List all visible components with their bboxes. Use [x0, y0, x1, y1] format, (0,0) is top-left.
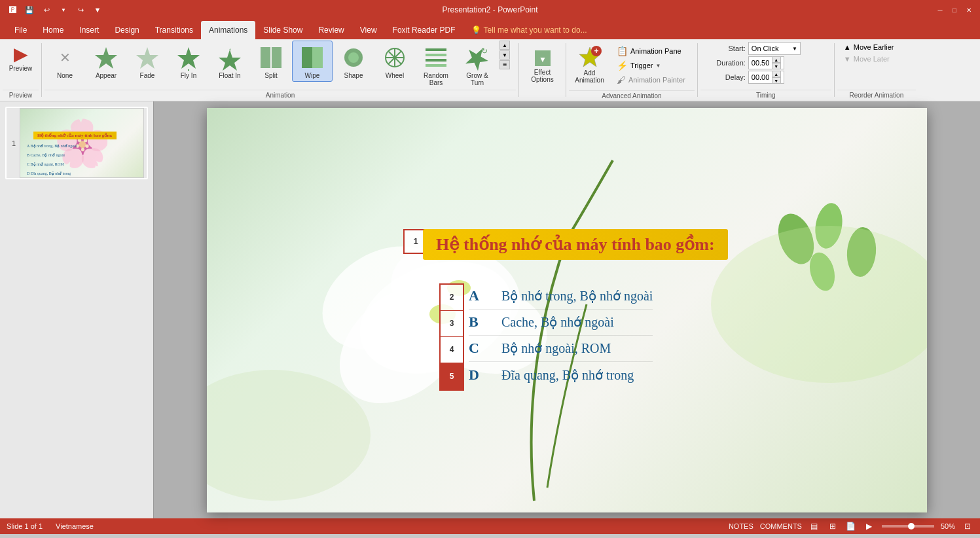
anim-none-label: None [57, 72, 73, 79]
tab-insert[interactable]: Insert [71, 21, 107, 39]
svg-marker-0 [95, 47, 117, 69]
anim-scroll-more[interactable]: ☰ [499, 60, 510, 69]
normal-view-button[interactable]: ▤ [808, 521, 820, 531]
anim-fly-in[interactable]: Fly In [168, 41, 209, 82]
svg-rect-9 [312, 47, 323, 68]
reorder-section-label: Reorder Animation [837, 90, 916, 99]
slide-number: 1 [7, 139, 16, 147]
title-bar-left: 🅿 💾 ↩ ▼ ↪ ▼ [7, 4, 103, 16]
undo-dropdown-icon[interactable]: ▼ [58, 4, 69, 16]
tab-transitions[interactable]: Transitions [147, 21, 201, 39]
language-info: Vietnamese [56, 522, 94, 530]
slide-thumbnail[interactable]: 1 🌸 Hệ thống nhớ của máy tính bao gồm: A… [5, 107, 148, 179]
tab-design[interactable]: Design [107, 21, 147, 39]
tab-view[interactable]: View [352, 21, 385, 39]
animation-painter-button[interactable]: 🖌 Animation Painter [613, 73, 689, 86]
restore-button[interactable]: □ [950, 5, 959, 14]
trigger-button[interactable]: ⚡ Trigger ▼ [613, 59, 689, 72]
marker-5: 5 [441, 363, 463, 389]
anim-none-icon: ✕ [50, 43, 79, 72]
tab-home[interactable]: Home [35, 21, 71, 39]
add-advanced-section: + Add Animation 📋 Animation Pane ⚡ Trigg… [569, 41, 695, 99]
slide-canvas[interactable]: 1 Hệ thống nhớ của máy tính bao gồm: 2 3… [207, 108, 927, 512]
tab-review[interactable]: Review [310, 21, 352, 39]
save-icon[interactable]: 💾 [24, 4, 35, 16]
notes-button[interactable]: NOTES [729, 522, 753, 530]
slide-title-box[interactable]: Hệ thống nhớ của máy tính bao gồm: [423, 229, 728, 260]
anim-float-in[interactable]: ↑ Float In [209, 41, 250, 82]
answer-d-text: Đĩa quang, Bộ nhớ trong [501, 367, 634, 383]
anim-shape[interactable]: Shape [333, 41, 374, 82]
redo-icon[interactable]: ↪ [75, 4, 86, 16]
anim-random-bars-label: Random Bars [418, 72, 454, 86]
tab-file[interactable]: File [7, 21, 35, 39]
preview-section-label: Preview [3, 90, 39, 99]
move-later-button[interactable]: ▼ Move Later [840, 54, 913, 64]
anim-scroll-up[interactable]: ▲ [499, 41, 510, 50]
add-animation-button[interactable]: + Add Animation [572, 43, 608, 86]
anim-float-in-label: Float In [219, 72, 240, 79]
animation-painter-icon: 🖌 [617, 75, 626, 85]
delay-down[interactable]: ▼ [772, 77, 781, 84]
reading-view-button[interactable]: 📄 [845, 521, 857, 531]
answer-d-row: D Đĩa quang, Bộ nhớ trong [469, 362, 653, 388]
anim-split[interactable]: Split [251, 41, 291, 82]
delay-up[interactable]: ▲ [772, 71, 781, 77]
undo-icon[interactable]: ↩ [41, 4, 52, 16]
close-button[interactable]: ✕ [964, 5, 973, 14]
app-icon: 🅿 [7, 4, 18, 16]
anim-grow-turn-label: Grow & Turn [459, 72, 496, 86]
preview-button[interactable]: ▶ Preview [3, 41, 39, 75]
slide-canvas-area: 1 Hệ thống nhớ của máy tính bao gồm: 2 3… [154, 101, 980, 518]
anim-fade[interactable]: Fade [127, 41, 168, 82]
svg-rect-6 [261, 47, 270, 68]
slide-sorter-button[interactable]: ⊞ [827, 521, 839, 531]
duration-input[interactable]: 00.50 ▲ ▼ [748, 56, 784, 69]
animation-pane-button[interactable]: 📋 Animation Pane [613, 45, 689, 58]
add-animation-label: Add Animation [575, 69, 604, 84]
duration-up[interactable]: ▲ [772, 56, 781, 63]
anim-wheel[interactable]: Wheel [374, 41, 415, 82]
anim-random-bars[interactable]: Random Bars [416, 41, 456, 89]
answer-c-text: Bộ nhớ ngoài, ROM [501, 340, 611, 356]
slideshow-button[interactable]: ▶ [863, 521, 875, 531]
tab-slideshow[interactable]: Slide Show [255, 21, 310, 39]
slide-info: Slide 1 of 1 [7, 522, 43, 530]
anim-wipe[interactable]: Wipe [292, 41, 333, 82]
anim-fly-in-icon [174, 43, 203, 72]
duration-value: 00.50 [752, 59, 770, 67]
anim-grow-turn[interactable]: ↻ Grow & Turn [457, 41, 498, 89]
answer-b-text: Cache, Bộ nhớ ngoài [501, 314, 614, 330]
tab-foxit[interactable]: Foxit Reader PDF [385, 21, 463, 39]
zoom-slider[interactable] [882, 525, 934, 528]
anim-fly-in-label: Fly In [181, 72, 196, 79]
svg-text:↑: ↑ [228, 46, 232, 54]
delay-input[interactable]: 00.00 ▲ ▼ [748, 71, 784, 84]
tab-tell-me[interactable]: 💡 Tell me what you want to do... [463, 21, 595, 39]
anim-scroll-down[interactable]: ▼ [499, 50, 510, 60]
anim-appear[interactable]: Appear [86, 41, 126, 82]
svg-marker-1 [136, 47, 158, 69]
start-value: On Click [752, 45, 779, 52]
answer-a-letter: A [469, 287, 488, 304]
answer-c-row: C Bộ nhớ ngoài, ROM [469, 336, 653, 362]
marker-3: 3 [441, 311, 463, 337]
add-animation-icon: + [578, 46, 602, 69]
duration-down[interactable]: ▼ [772, 63, 781, 69]
effect-options-button[interactable]: ▼ Effect Options [524, 45, 560, 86]
animation-scroll: ▲ ▼ ☰ [499, 41, 510, 69]
svg-rect-19 [426, 59, 446, 62]
fit-slide-button[interactable]: ⊡ [962, 521, 973, 531]
window-title: Presentation2 - PowerPoint [442, 5, 537, 14]
minimize-button[interactable]: ─ [935, 5, 945, 14]
timing-section: Start: On Click ▼ Duration: 00.50 [700, 41, 831, 99]
move-earlier-button[interactable]: ▲ Move Earlier [840, 42, 913, 52]
customize-icon[interactable]: ▼ [92, 4, 103, 16]
tab-animations[interactable]: Animations [201, 21, 255, 39]
svg-marker-2 [177, 47, 200, 69]
comments-button[interactable]: COMMENTS [760, 522, 802, 530]
anim-none[interactable]: ✕ None [45, 41, 85, 82]
divider-3 [566, 43, 566, 97]
svg-text:+: + [594, 46, 598, 56]
start-dropdown[interactable]: On Click ▼ [748, 42, 801, 55]
